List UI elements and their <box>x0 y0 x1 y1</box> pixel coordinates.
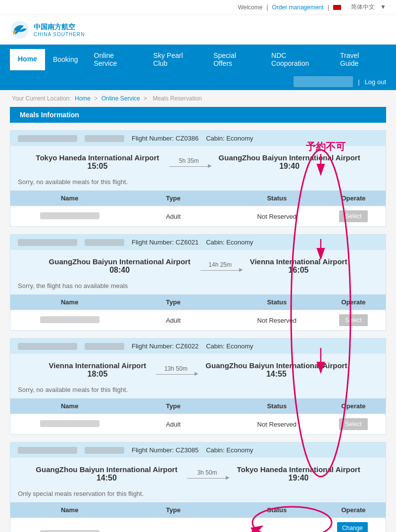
change-button[interactable]: Change <box>337 522 368 532</box>
flight-route-3: Vienna International Airport 18:05 13h 5… <box>10 354 386 386</box>
from-airport-1: Tokyo Haneda International Airport 15:05 <box>36 153 159 171</box>
nav-booking[interactable]: Booking <box>45 49 86 69</box>
col-status-3: Status <box>225 402 329 410</box>
action-separator: | <box>358 78 359 86</box>
flight-number-3: Flight Number: CZ6022 <box>132 342 198 350</box>
nav-home[interactable]: Home <box>10 49 45 70</box>
col-type-3: Type <box>121 402 225 410</box>
breadcrumb: Your Current Location: Home > Online Ser… <box>0 90 396 107</box>
row-type-2: Adult <box>121 317 225 324</box>
nav-special-offers[interactable]: Special Offers <box>205 46 263 73</box>
to-airport-2: Vienna International Airport 16:05 <box>250 257 347 275</box>
no-meal-msg-3: Sorry, no available meals for this fligh… <box>10 386 386 398</box>
passenger-name-blurred-2b <box>85 239 124 246</box>
breadcrumb-online-service[interactable]: Online Service <box>101 95 140 102</box>
cabin-4: Cabin: Economy <box>206 446 253 454</box>
logo: 中国南方航空 CHINA SOUTHERN <box>10 20 85 40</box>
no-meal-msg-4: Only special meals reservation for this … <box>10 490 386 502</box>
flight-route-2: GuangZhou Baiyun International Airport 0… <box>10 250 386 282</box>
flight-route-1: Tokyo Haneda International Airport 15:05… <box>10 146 386 178</box>
breadcrumb-prefix: Your Current Location: <box>12 95 71 102</box>
duration-4: 3h 50m ▶ <box>187 469 227 479</box>
table-row-4: Adult Vegetarian oriental meal Change Ca… <box>10 518 386 532</box>
flight-card-1: Flight Number: CZ0386 Cabin: Economy Tok… <box>10 130 386 227</box>
table-header-3: Name Type Status Operate <box>10 398 386 414</box>
cabin-1: Cabin: Economy <box>206 135 253 142</box>
no-meal-msg-2: Sorry, the flight has no available meals <box>10 282 386 294</box>
col-status-1: Status <box>225 194 329 202</box>
passenger-name-blurred-1b <box>85 135 124 142</box>
col-name-2: Name <box>18 298 121 306</box>
logo-cn: 中国南方航空 <box>34 23 85 32</box>
from-airport-2: GuangZhou Baiyun International Airport 0… <box>49 257 191 275</box>
main-content: Flight Number: CZ0386 Cabin: Economy Tok… <box>0 130 396 532</box>
passenger-name-blurred-4b <box>85 447 124 454</box>
col-type-2: Type <box>121 298 225 306</box>
table-row-2: Adult Not Reserved Select <box>10 310 386 330</box>
separator2: | <box>328 4 329 11</box>
passenger-name-blurred-1a <box>18 135 77 142</box>
select-button-1[interactable]: Select <box>339 210 367 222</box>
welcome-text: Welcome <box>238 4 263 11</box>
logo-text: 中国南方航空 CHINA SOUTHERN <box>34 23 85 37</box>
table-header-1: Name Type Status Operate <box>10 191 386 206</box>
nav-travel-guide[interactable]: Travel Guide <box>332 46 386 73</box>
from-airport-3: Vienna International Airport 18:05 <box>49 361 147 379</box>
row-name-blurred-2 <box>40 316 99 323</box>
col-name-4: Name <box>18 506 121 514</box>
col-operate-4: Operate <box>329 506 378 514</box>
breadcrumb-sep2: > <box>144 95 148 102</box>
flight-header-4: Flight Number: CZ3085 Cabin: Economy <box>10 442 386 458</box>
logout-button[interactable]: Log out <box>365 78 386 86</box>
select-button-3[interactable]: Select <box>339 418 367 430</box>
duration-3: 13h 50m ▶ <box>156 365 196 375</box>
row-type-4: Adult <box>121 531 225 532</box>
col-status-2: Status <box>225 298 329 306</box>
nav-online-service[interactable]: Online Service <box>86 46 146 73</box>
col-operate-2: Operate <box>329 298 378 306</box>
row-name-blurred-1 <box>40 212 99 219</box>
to-airport-3: GuangZhou Baiyun International Airport 1… <box>205 361 347 379</box>
order-management-link[interactable]: Order management <box>272 4 324 11</box>
cabin-2: Cabin: Economy <box>206 239 253 246</box>
nav-ndc[interactable]: NDC Cooporation <box>263 46 332 73</box>
duration-2: 14h 25m ▶ <box>200 261 240 271</box>
passenger-name-blurred-2a <box>18 239 77 246</box>
row-status-1: Not Reserved <box>225 213 329 220</box>
flight-card-2: Flight Number: CZ6021 Cabin: Economy Gua… <box>10 234 386 331</box>
logo-svg <box>10 20 30 40</box>
row-name-blurred-3 <box>40 420 99 427</box>
table-row-1: Adult Not Reserved Select <box>10 206 386 226</box>
row-status-3: Not Reserved <box>225 421 329 428</box>
search-input[interactable] <box>294 76 353 87</box>
col-operate-1: Operate <box>329 194 378 202</box>
table-header-2: Name Type Status Operate <box>10 294 386 310</box>
passenger-name-blurred-3b <box>85 343 124 350</box>
flight-number-1: Flight Number: CZ0386 <box>132 135 198 142</box>
flag-icon <box>333 5 341 10</box>
from-airport-4: GuangZhou Baiyun International Airport 1… <box>36 465 177 483</box>
breadcrumb-current: Meals Reservation <box>152 95 201 102</box>
duration-1: 5h 35m ▶ <box>169 157 209 167</box>
select-button-2[interactable]: Select <box>339 314 367 326</box>
language-selector[interactable]: 简体中文 ▼ <box>347 3 386 11</box>
no-meal-msg-1: Sorry, no available meals for this fligh… <box>10 178 386 191</box>
meal-link[interactable]: Vegetarian oriental meal <box>242 531 311 532</box>
section-title: Meals Information <box>10 107 386 123</box>
passenger-name-blurred-3a <box>18 343 77 350</box>
row-name-blurred-4 <box>40 530 99 532</box>
row-type-3: Adult <box>121 421 225 428</box>
flight-number-2: Flight Number: CZ6021 <box>132 239 198 246</box>
row-status-2: Not Reserved <box>225 317 329 324</box>
col-status-4: Status <box>225 506 329 514</box>
col-name-3: Name <box>18 402 121 410</box>
flight-card-3: Flight Number: CZ6022 Cabin: Economy Vie… <box>10 338 386 435</box>
passenger-name-blurred-4a <box>18 447 77 454</box>
col-type-4: Type <box>121 506 225 514</box>
breadcrumb-home[interactable]: Home <box>75 95 91 102</box>
logo-en: CHINA SOUTHERN <box>34 32 85 37</box>
separator: | <box>266 4 268 11</box>
flight-card-4: Flight Number: CZ3085 Cabin: Economy Gua… <box>10 442 386 532</box>
nav-sky-pearl[interactable]: Sky Pearl Club <box>146 46 206 73</box>
action-bar: | Log out <box>0 73 396 90</box>
